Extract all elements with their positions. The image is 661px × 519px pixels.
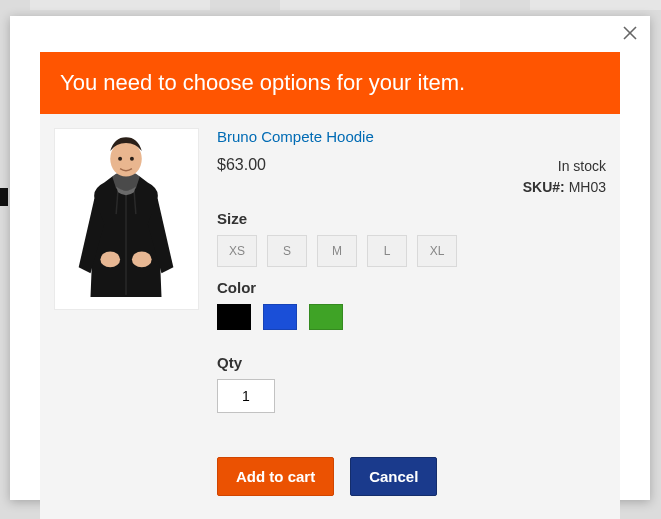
size-option-l[interactable]: L [367, 235, 407, 267]
color-label: Color [217, 279, 606, 296]
color-option-black[interactable] [217, 304, 251, 330]
qty-input[interactable] [217, 379, 275, 413]
cancel-button[interactable]: Cancel [350, 457, 437, 496]
color-option-green[interactable] [309, 304, 343, 330]
add-to-cart-button[interactable]: Add to cart [217, 457, 334, 496]
size-label: Size [217, 210, 606, 227]
notice-text: You need to choose options for your item… [60, 70, 465, 95]
color-options [217, 304, 606, 330]
svg-point-8 [130, 157, 134, 161]
product-details: Bruno Compete Hoodie $63.00 In stock SKU… [217, 128, 606, 496]
svg-point-3 [100, 252, 120, 268]
color-option-blue[interactable] [263, 304, 297, 330]
product-image [54, 128, 199, 310]
options-modal: You need to choose options for your item… [10, 16, 650, 500]
modal-content: Bruno Compete Hoodie $63.00 In stock SKU… [40, 114, 620, 519]
stock-sku-block: In stock SKU#: MH03 [523, 156, 606, 198]
size-option-s[interactable]: S [267, 235, 307, 267]
notice-banner: You need to choose options for your item… [40, 52, 620, 114]
product-name-link[interactable]: Bruno Compete Hoodie [217, 128, 374, 145]
stock-status: In stock [523, 156, 606, 177]
size-options: XS S M L XL [217, 235, 606, 267]
size-option-m[interactable]: M [317, 235, 357, 267]
svg-point-7 [118, 157, 122, 161]
close-icon [623, 24, 637, 45]
sku-value: MH03 [569, 179, 606, 195]
product-price: $63.00 [217, 156, 266, 174]
sku-label: SKU#: [523, 179, 565, 195]
qty-label: Qty [217, 354, 606, 371]
size-option-xl[interactable]: XL [417, 235, 457, 267]
close-button[interactable] [618, 22, 642, 46]
svg-point-4 [132, 252, 152, 268]
size-option-xs[interactable]: XS [217, 235, 257, 267]
